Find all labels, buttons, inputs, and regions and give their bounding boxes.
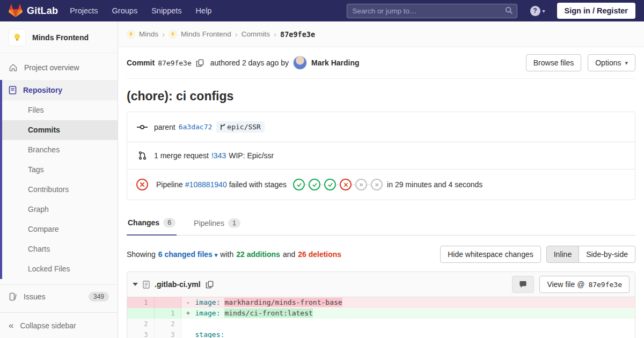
collapse-diff-icon[interactable] xyxy=(133,283,138,286)
stage-skipped-icon[interactable]: » xyxy=(355,179,367,190)
mr-count-text: 1 merge request xyxy=(154,151,209,160)
lightbulb-icon xyxy=(13,33,21,42)
pipeline-mini-graph: » » xyxy=(293,179,383,190)
project-avatar-small xyxy=(169,30,177,39)
options-label: Options xyxy=(595,58,621,67)
project-context-link[interactable]: Minds Frontend xyxy=(0,21,118,53)
copy-sha-button[interactable] xyxy=(196,59,204,67)
diff-sign: + xyxy=(186,308,195,319)
nav-link-projects[interactable]: Projects xyxy=(70,6,98,15)
new-line-number[interactable]: 3 xyxy=(154,329,181,338)
diff-file-header: .gitlab-ci.yml View file @ xyxy=(127,272,635,297)
new-line-number[interactable]: 1 xyxy=(154,308,181,319)
help-icon: ? xyxy=(530,6,540,16)
nav-link-help[interactable]: Help xyxy=(196,6,212,15)
browse-files-button[interactable]: Browse files xyxy=(526,54,581,71)
gitlab-home-link[interactable]: GitLab xyxy=(9,4,58,18)
copy-path-button[interactable] xyxy=(206,281,214,289)
and-label: and xyxy=(283,250,295,259)
pipeline-status-text: failed with stages xyxy=(229,180,287,189)
mr-link[interactable]: !343 xyxy=(211,151,226,160)
diff-line-context: 2 2 xyxy=(127,319,635,329)
merge-request-icon xyxy=(136,151,149,160)
yaml-key: image: xyxy=(195,298,221,306)
top-navbar: GitLab Projects Groups Snippets Help ? ▾… xyxy=(0,0,644,21)
sidebar-item-label: Issues xyxy=(24,292,45,301)
navbar-right: ? ▾ Sign in / Register xyxy=(347,3,635,19)
sidebar-item-commits[interactable]: Commits xyxy=(2,120,118,140)
stage-passed-icon[interactable] xyxy=(309,179,320,190)
lightbulb-icon xyxy=(171,32,175,36)
nav-link-groups[interactable]: Groups xyxy=(112,6,138,15)
view-file-sha: 87e9fe3e xyxy=(588,281,622,289)
sidebar-item-tags[interactable]: Tags xyxy=(2,160,118,180)
changes-count-badge: 6 xyxy=(163,218,175,227)
sidebar-nav: Project overview Repository Files Commit… xyxy=(0,53,118,312)
nav-link-snippets[interactable]: Snippets xyxy=(151,6,181,15)
view-file-button[interactable]: View file @ 87e9fe3e xyxy=(539,276,630,293)
parent-sha-link[interactable]: 6a3dac72 xyxy=(179,123,213,131)
main-content: Minds › Minds Frontend › Commits › 87e9f… xyxy=(118,21,644,338)
sidebar-item-locked-files[interactable]: Locked Files xyxy=(2,259,118,279)
new-line-number[interactable]: 2 xyxy=(154,319,181,329)
hide-whitespace-button[interactable]: Hide whitespace changes xyxy=(440,246,541,263)
breadcrumb-commits-link[interactable]: Commits xyxy=(241,30,270,38)
sidebar-item-charts[interactable]: Charts xyxy=(2,239,118,259)
pipeline-row: Pipeline #108881940 failed with stages xyxy=(127,169,635,200)
author-name-link[interactable]: Mark Harding xyxy=(311,58,359,67)
caret-down-icon: ▾ xyxy=(215,252,218,258)
diff-line-context: 3 3 stages: xyxy=(127,329,635,338)
toggle-comments-button[interactable] xyxy=(512,276,534,293)
old-line-number[interactable]: 3 xyxy=(127,329,154,338)
sidebar-item-project-overview[interactable]: Project overview xyxy=(0,57,118,78)
brand-wordmark: GitLab xyxy=(27,5,58,17)
old-line-number[interactable]: 1 xyxy=(127,297,154,308)
home-icon xyxy=(9,63,18,72)
pipeline-link[interactable]: #108881940 xyxy=(185,180,227,189)
old-line-number[interactable]: 2 xyxy=(127,319,154,329)
sidebar-item-issues[interactable]: Issues 349 xyxy=(0,284,118,308)
pipeline-failed-icon xyxy=(136,179,149,190)
caret-down-icon: ▾ xyxy=(625,60,628,67)
parent-row: parent 6a3dac72 epic/SSR xyxy=(127,112,635,142)
breadcrumb-project-link[interactable]: Minds Frontend xyxy=(181,30,231,38)
breadcrumb-group-link[interactable]: Minds xyxy=(139,30,158,38)
sidebar-item-repository[interactable]: Repository xyxy=(2,80,118,100)
stage-passed-icon[interactable] xyxy=(324,179,336,190)
stage-passed-icon[interactable] xyxy=(293,179,305,190)
tab-pipelines[interactable]: Pipelines 1 xyxy=(193,212,241,235)
stage-failed-icon[interactable] xyxy=(340,179,352,190)
search-box xyxy=(347,4,517,18)
ref-badge[interactable]: epic/SSR xyxy=(216,121,265,133)
side-by-side-view-button[interactable]: Side-by-side xyxy=(579,246,635,263)
chevron-right-icon: › xyxy=(235,30,238,39)
inline-view-button[interactable]: Inline xyxy=(546,246,579,263)
help-dropdown[interactable]: ? ▾ xyxy=(530,6,545,16)
changed-files-dropdown[interactable]: 6 changed files ▾ xyxy=(158,250,218,259)
sidebar-item-contributors[interactable]: Contributors xyxy=(2,180,118,200)
sign-in-button[interactable]: Sign in / Register xyxy=(557,3,635,19)
sidebar-item-branches[interactable]: Branches xyxy=(2,140,118,160)
stage-skipped-icon[interactable]: » xyxy=(371,179,383,190)
tab-changes[interactable]: Changes 6 xyxy=(127,212,177,236)
breadcrumb: Minds › Minds Frontend › Commits › 87e9f… xyxy=(118,21,644,47)
sidebar-item-graph[interactable]: Graph xyxy=(2,200,118,219)
author-avatar[interactable] xyxy=(293,56,307,70)
commit-title: (chore): ci configs xyxy=(127,89,635,104)
diff-line-content: +image:minds/ci-front:latest xyxy=(181,308,635,319)
file-icon xyxy=(143,281,150,289)
sidebar-item-compare[interactable]: Compare xyxy=(2,219,118,239)
old-line-number[interactable] xyxy=(127,308,154,319)
sidebar-item-files[interactable]: Files xyxy=(2,100,118,120)
branch-icon xyxy=(220,124,225,130)
search-input[interactable] xyxy=(347,4,517,18)
copy-icon xyxy=(206,281,214,289)
commit-label: Commit xyxy=(127,58,155,67)
collapse-sidebar-button[interactable]: « Collapse sidebar xyxy=(0,312,118,338)
new-line-number[interactable] xyxy=(154,297,181,308)
diff-file-name[interactable]: .gitlab-ci.yml xyxy=(155,280,201,289)
chevron-right-icon: › xyxy=(274,30,276,39)
options-dropdown-button[interactable]: Options ▾ xyxy=(588,54,635,71)
diff-line-content: -image:markharding/minds-front-base xyxy=(181,297,635,308)
diff-summary-row: Showing 6 changed files ▾ with 22 additi… xyxy=(127,246,635,263)
